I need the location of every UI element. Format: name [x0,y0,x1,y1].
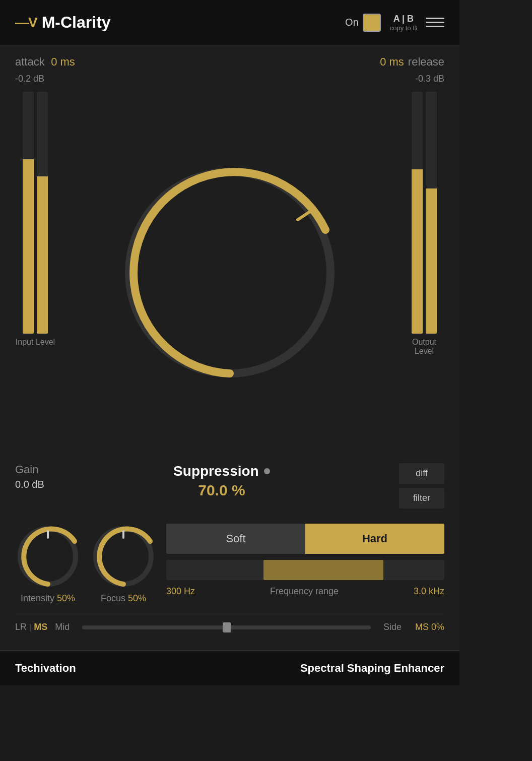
output-meter-fill-2 [426,188,437,334]
suppression-title-row: Suppression [173,463,270,479]
mid-label: Mid [55,622,70,632]
gain-section: Gain 0.0 dB [15,463,44,490]
ms-slider-thumb [223,622,231,632]
lr-label[interactable]: LR [15,622,27,632]
menu-line-3 [426,26,444,27]
release-section: 0 ms release [376,55,444,69]
intensity-knob-section: Intensity 50% [15,524,81,604]
footer-brand: Techivation [15,662,76,675]
focus-label: Focus [101,593,125,604]
output-meter-fill-1 [412,169,423,334]
header-controls: On A | B copy to B [345,14,444,32]
release-value[interactable]: 0 ms [380,55,404,69]
input-db-label: -0.2 dB [15,74,44,84]
ab-label[interactable]: A | B [393,14,414,24]
attack-value[interactable]: 0 ms [51,55,75,68]
soft-hard-row: Soft Hard [166,524,444,554]
suppression-section: Suppression 70.0 % [173,463,270,499]
main-knob-section [60,92,399,453]
lr-ms-toggle-section: LR | MS [15,622,47,632]
logo-section: —V M-Clarity [15,13,111,32]
gain-label: Gain [15,463,44,476]
freq-range-labels: 300 Hz Frequency range 3.0 kHz [166,586,444,597]
footer-product: Spectral Shaping Enhancer [300,662,444,675]
intensity-value[interactable]: 50% [57,593,75,604]
focus-value[interactable]: 50% [128,593,146,604]
copy-to-b-label[interactable]: copy to B [390,24,417,32]
ms-slider[interactable] [82,625,371,629]
focus-label-row: Focus 50% [101,593,146,604]
input-meter-bar-2 [37,92,48,334]
output-meter-label: Output Level [404,338,444,356]
input-meter-bar-1 [23,92,34,334]
diff-button[interactable]: diff [399,463,444,484]
main-content: attack 0 ms 0 ms release -0.2 dB -0.3 dB [0,45,459,650]
suppression-value[interactable]: 70.0 % [198,482,245,499]
main-knob-container[interactable] [109,152,351,394]
intensity-knob-svg[interactable] [15,524,81,589]
output-meter-section: Output Level [404,92,444,453]
output-meter-bar-1 [412,92,423,334]
on-toggle-button[interactable] [363,14,381,32]
focus-knob-svg[interactable] [91,524,156,589]
input-meter-section: Input Level [15,92,55,453]
freq-range-label: Frequency range [270,586,339,597]
suppression-label: Suppression [173,463,259,479]
attack-section: attack 0 ms [15,55,75,69]
freq-range-slider[interactable] [166,560,444,580]
menu-line-1 [426,18,444,19]
input-meter-fill-2 [37,176,48,334]
ab-section: A | B copy to B [390,14,417,32]
intensity-label-row: Intensity 50% [21,593,75,604]
ms-label[interactable]: MS [34,622,47,632]
lr-ms-separator: | [29,623,31,632]
db-row: -0.2 dB -0.3 dB [15,74,444,84]
attack-label: attack [15,55,45,68]
freq-low-value[interactable]: 300 Hz [166,586,195,597]
lr-ms-row: LR | MS Mid Side MS 0% [15,614,444,640]
soft-hard-freq-section: Soft Hard 300 Hz Frequency range 3.0 kHz [166,524,444,597]
input-level-meter [23,92,48,334]
app-container: —V M-Clarity On A | B copy to B attack [0,0,459,685]
on-section: On [345,14,381,32]
on-label: On [345,17,359,28]
diff-filter-section: diff filter [399,463,444,509]
gain-suppression-row: Gain 0.0 dB Suppression 70.0 % diff filt… [15,458,444,514]
soft-button[interactable]: Soft [166,524,305,554]
ms-value[interactable]: MS 0% [409,622,444,632]
output-level-meter [412,92,437,334]
logo-text: M-Clarity [42,13,111,32]
output-meter-bar-2 [426,92,437,334]
intensity-label: Intensity [21,593,54,604]
freq-high-value[interactable]: 3.0 kHz [414,586,444,597]
suppression-dot [264,468,270,474]
focus-knob-section: Focus 50% [91,524,156,604]
attack-release-row: attack 0 ms 0 ms release [15,55,444,69]
filter-button[interactable]: filter [399,488,444,509]
gain-value[interactable]: 0.0 dB [15,479,44,490]
input-meter-label: Input Level [16,338,55,347]
footer: Techivation Spectral Shaping Enhancer [0,650,459,685]
main-knob-svg [109,152,351,394]
freq-range-fill [263,560,383,580]
output-db-label: -0.3 dB [415,74,444,84]
menu-line-2 [426,22,444,23]
meter-knob-row: Input Level [15,92,444,453]
bottom-controls: Intensity 50% Focus 50% [15,519,444,609]
menu-button[interactable] [426,18,444,27]
release-label: release [408,55,444,69]
logo-icon: —V [15,15,37,31]
hard-button[interactable]: Hard [305,524,444,554]
input-meter-fill-1 [23,159,34,334]
side-label: Side [383,622,402,632]
header: —V M-Clarity On A | B copy to B [0,0,459,45]
